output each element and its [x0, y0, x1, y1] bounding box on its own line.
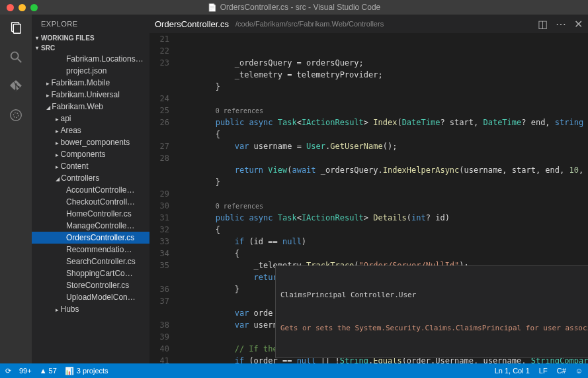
git-icon[interactable] [8, 78, 24, 94]
tree-folder[interactable]: api [32, 113, 149, 124]
status-feedback[interactable]: ☺ [575, 367, 583, 375]
minimize-window[interactable] [19, 4, 26, 11]
status-notifications[interactable]: 99+ [19, 367, 32, 375]
tree-folder[interactable]: Fabrikam.Mobile [32, 77, 149, 89]
hover-tooltip: ClaimsPrincipal Controller.User Gets or … [275, 265, 588, 358]
code-area[interactable]: 2122232425262728293031323334353637383940… [149, 33, 588, 363]
tab-path: /code/Fabrikam/src/Fabrikam.Web/Controll… [235, 20, 384, 28]
window-controls [0, 4, 38, 11]
titlebar: OrdersController.cs - src - Visual Studi… [0, 0, 588, 15]
activity-bar [0, 15, 32, 363]
statusbar: ⟳ 99+ ▲ 57 📊 3 projects Ln 1, Col 1 LF C… [0, 363, 588, 378]
tree-file[interactable]: AccountControlle… [32, 184, 149, 196]
more-icon[interactable]: ⋯ [556, 18, 566, 30]
line-numbers: 2122232425262728293031323334353637383940… [149, 33, 177, 363]
maximize-window[interactable] [30, 4, 38, 11]
svg-line-3 [18, 59, 22, 63]
split-editor-icon[interactable]: ◫ [538, 18, 548, 30]
working-files-header[interactable]: WORKING FILES [32, 33, 149, 43]
code-content[interactable]: _ordersQuery = ordersQuery; _telemetry =… [177, 33, 588, 363]
src-header[interactable]: SRC [32, 43, 149, 53]
tooltip-description: Gets or sets the System.Security.Claims.… [280, 323, 588, 334]
svg-point-2 [11, 52, 19, 60]
tree-folder[interactable]: Areas [32, 124, 149, 136]
sidebar-title: EXPLORE [32, 15, 149, 33]
explorer-icon[interactable] [8, 20, 24, 36]
status-eol[interactable]: LF [539, 367, 548, 375]
editor-tabs: OrdersController.cs /code/Fabrikam/src/F… [149, 15, 588, 33]
tree-file[interactable]: SearchController.cs [32, 256, 149, 267]
close-window[interactable] [7, 4, 14, 11]
close-tab-icon[interactable]: ✕ [574, 18, 583, 30]
status-language[interactable]: C# [557, 367, 566, 375]
tree-folder[interactable]: Fabrikam.Web [32, 101, 149, 113]
status-position[interactable]: Ln 1, Col 1 [495, 367, 530, 375]
tree-folder[interactable]: Hubs [32, 303, 149, 315]
tree-folder[interactable]: Components [32, 148, 149, 160]
status-warnings[interactable]: ▲ 57 [40, 367, 57, 375]
svg-point-4 [11, 110, 22, 121]
debug-icon[interactable] [8, 107, 24, 123]
tree-file[interactable]: OrdersController.cs [32, 232, 149, 244]
file-tree: Fabrikam.Locations…project.jsonFabrikam.… [32, 53, 149, 363]
tree-folder[interactable]: Fabrikam.Universal [32, 89, 149, 101]
editor: OrdersController.cs /code/Fabrikam/src/F… [149, 15, 588, 363]
status-projects[interactable]: 📊 3 projects [65, 367, 108, 375]
tree-file[interactable]: ManageControlle… [32, 220, 149, 232]
tree-file[interactable]: HomeController.cs [32, 208, 149, 220]
tree-folder[interactable]: Controllers [32, 172, 149, 184]
tree-file[interactable]: StoreController.cs [32, 279, 149, 291]
search-icon[interactable] [8, 49, 24, 65]
svg-point-5 [13, 113, 18, 117]
status-sync[interactable]: ⟳ [5, 367, 11, 375]
file-icon [208, 3, 217, 12]
tree-folder[interactable]: Content [32, 160, 149, 172]
tree-file[interactable]: CheckoutControll… [32, 196, 149, 208]
tree-file[interactable]: project.json [32, 65, 149, 77]
tree-file[interactable]: UploadModelCon… [32, 291, 149, 303]
tooltip-signature: ClaimsPrincipal Controller.User [280, 290, 588, 301]
sidebar: EXPLORE WORKING FILES SRC Fabrikam.Locat… [32, 15, 149, 363]
window-title: OrdersController.cs - src - Visual Studi… [208, 3, 381, 12]
window-title-text: OrdersController.cs - src - Visual Studi… [220, 3, 381, 12]
tree-folder[interactable]: bower_components [32, 136, 149, 148]
tree-file[interactable]: ShoppingCartCo… [32, 267, 149, 279]
tree-file[interactable]: Fabrikam.Locations… [32, 53, 149, 65]
tree-file[interactable]: Recommendatio… [32, 244, 149, 256]
svg-rect-1 [13, 24, 21, 34]
tab-filename[interactable]: OrdersController.cs [155, 19, 229, 29]
